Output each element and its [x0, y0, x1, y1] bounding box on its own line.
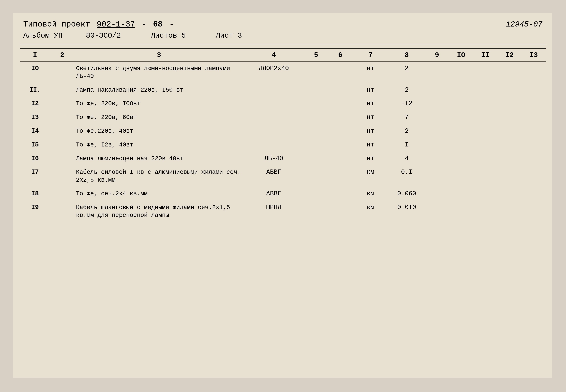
cell-9-10	[449, 187, 473, 201]
cell-10-10	[449, 201, 473, 222]
cell-10-5	[304, 201, 328, 222]
cell-5-9	[425, 125, 449, 138]
cell-1-10	[449, 62, 473, 83]
sheet-label: Лист 3	[216, 31, 242, 40]
cell-1-7: нт	[352, 62, 389, 83]
cell-4-5	[304, 111, 328, 125]
cell-1-1: IO	[20, 62, 50, 83]
column-header-row: I 2 3 4 5 6 7 8 9 IO II I2 I3	[20, 49, 546, 62]
cell-9-3: То же, сеч.2х4 кв.мм	[74, 187, 243, 201]
cell-2-11	[473, 83, 497, 97]
cell-8-12	[497, 166, 521, 187]
cell-4-2	[50, 111, 74, 125]
table-row: I5То же, I2в, 40втнтI	[20, 138, 546, 152]
cell-4-4	[243, 111, 304, 125]
cell-9-9	[425, 187, 449, 201]
cell-9-13	[521, 187, 546, 201]
cell-5-10	[449, 125, 473, 138]
col-header-10: IO	[449, 49, 473, 62]
cell-6-8: I	[389, 138, 425, 152]
cell-3-11	[473, 97, 497, 111]
cell-2-13	[521, 83, 546, 97]
cell-9-12	[497, 187, 521, 201]
cell-2-3: Лампа накаливания 220в, I50 вт	[74, 83, 243, 97]
cell-2-10	[449, 83, 473, 97]
col-header-3: 3	[74, 49, 243, 62]
cell-8-4: АВВГ	[243, 166, 304, 187]
cell-4-7: нт	[352, 111, 389, 125]
table-row: I2То же, 220в, IOOвтнт·I2	[20, 97, 546, 111]
cell-5-5	[304, 125, 328, 138]
cell-1-4: ЛЛОР2х40	[243, 62, 304, 83]
header-row1: Типовой проект 902-1-37 - 68 - 12945-07	[23, 20, 542, 29]
cell-7-1: I6	[20, 152, 50, 166]
cell-7-3: Лампа люминесцентная 220в 40вт	[74, 152, 243, 166]
cell-4-9	[425, 111, 449, 125]
col-header-2: 2	[50, 49, 74, 62]
cell-10-2	[50, 201, 74, 222]
cell-1-11	[473, 62, 497, 83]
cell-4-3: То же, 220в, 60вт	[74, 111, 243, 125]
col-header-9: 9	[425, 49, 449, 62]
cell-1-3: Светильник с двумя люми-носцентными ламп…	[74, 62, 243, 83]
cell-7-12	[497, 152, 521, 166]
cell-8-2	[50, 166, 74, 187]
cell-8-11	[473, 166, 497, 187]
cell-4-13	[521, 111, 546, 125]
cell-4-1: I3	[20, 111, 50, 125]
cell-2-2	[50, 83, 74, 97]
cell-7-10	[449, 152, 473, 166]
cell-4-12	[497, 111, 521, 125]
cell-9-6	[328, 187, 352, 201]
cell-6-13	[521, 138, 546, 152]
cell-6-2	[50, 138, 74, 152]
cell-6-3: То же, I2в, 40вт	[74, 138, 243, 152]
cell-4-6	[328, 111, 352, 125]
cell-3-10	[449, 97, 473, 111]
cell-2-6	[328, 83, 352, 97]
cell-1-5	[304, 62, 328, 83]
col-header-1: I	[20, 49, 50, 62]
cell-5-1: I4	[20, 125, 50, 138]
cell-6-7: нт	[352, 138, 389, 152]
dash2: -	[169, 20, 174, 29]
number-68: 68	[153, 20, 163, 29]
table-row: I6Лампа люминесцентная 220в 40втЛБ-40нт4	[20, 152, 546, 166]
cell-9-5	[304, 187, 328, 201]
cell-3-7: нт	[352, 97, 389, 111]
cell-10-7: км	[352, 201, 389, 222]
cell-3-12	[497, 97, 521, 111]
cell-1-6	[328, 62, 352, 83]
col-header-13: I3	[521, 49, 546, 62]
cell-1-12	[497, 62, 521, 83]
cell-7-5	[304, 152, 328, 166]
cell-7-11	[473, 152, 497, 166]
cell-2-5	[304, 83, 328, 97]
cell-6-11	[473, 138, 497, 152]
cell-4-8: 7	[389, 111, 425, 125]
table-row: I4То же,220в, 40втнт2	[20, 125, 546, 138]
cell-10-6	[328, 201, 352, 222]
table-row: I8То же, сеч.2х4 кв.ммАВВГкм0.060	[20, 187, 546, 201]
cell-7-2	[50, 152, 74, 166]
cell-2-12	[497, 83, 521, 97]
main-table: I 2 3 4 5 6 7 8 9 IO II I2 I3 IOСветильн…	[20, 48, 546, 222]
col-header-12: I2	[497, 49, 521, 62]
table-row: I9Кабель шланговый с медными жилами сеч.…	[20, 201, 546, 222]
cell-2-8: 2	[389, 83, 425, 97]
project-number: 902-1-37	[97, 20, 135, 29]
cell-10-13	[521, 201, 546, 222]
cell-8-1: I7	[20, 166, 50, 187]
cell-5-2	[50, 125, 74, 138]
doc-number: 12945-07	[506, 20, 542, 29]
cell-8-3: Кабель силовой I кв с алюминиевыми жилам…	[74, 166, 243, 187]
cell-7-13	[521, 152, 546, 166]
cell-5-7: нт	[352, 125, 389, 138]
table-row: I7Кабель силовой I кв с алюминиевыми жил…	[20, 166, 546, 187]
cell-3-5	[304, 97, 328, 111]
cell-1-8: 2	[389, 62, 425, 83]
cell-7-8: 4	[389, 152, 425, 166]
cell-3-4	[243, 97, 304, 111]
table-row: II.Лампа накаливания 220в, I50 втнт2	[20, 83, 546, 97]
cell-10-11	[473, 201, 497, 222]
